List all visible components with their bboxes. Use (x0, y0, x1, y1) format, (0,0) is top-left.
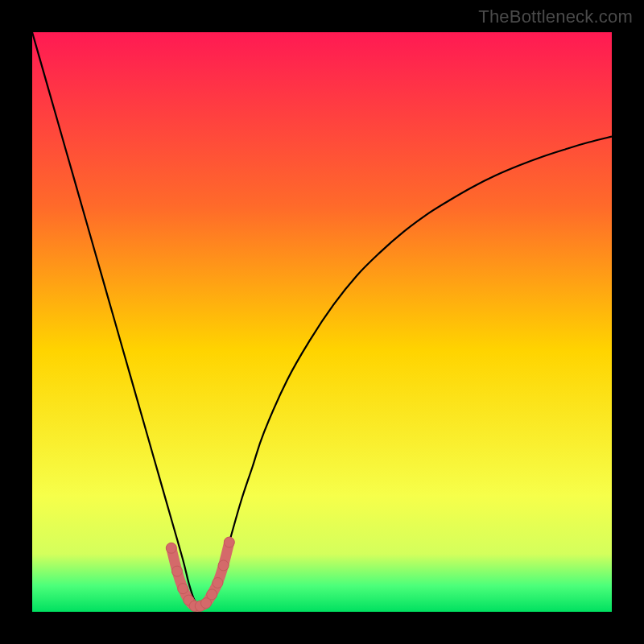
marker-dot (166, 543, 176, 553)
outer-frame: TheBottleneck.com (0, 0, 644, 644)
marker-dot (172, 566, 183, 576)
plot-area (32, 32, 612, 612)
marker-dot (224, 537, 234, 547)
marker-dot (218, 560, 229, 571)
watermark-text: TheBottleneck.com (478, 6, 633, 27)
marker-dot (213, 578, 223, 588)
chart-svg (32, 32, 612, 612)
marker-dot (207, 589, 217, 600)
marker-dot (178, 584, 188, 594)
